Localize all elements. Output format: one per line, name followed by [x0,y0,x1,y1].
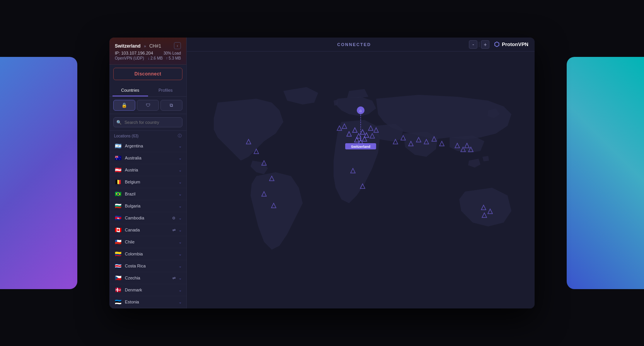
bg-decoration-left [0,57,77,289]
tab-profiles[interactable]: Profiles [148,85,184,96]
country-chevron: ⌄ [179,276,182,280]
country-flag: 🇩🇰 [114,287,122,293]
collapse-sidebar-button[interactable]: ‹ [174,42,181,49]
country-name: Brazil [125,192,175,196]
traffic-down: 2.6 MB [148,56,163,60]
svg-text:Switzerland: Switzerland [351,145,370,149]
country-name: Denmark [125,288,175,292]
country-flag: 🇧🇬 [114,203,122,209]
locations-header: Locations (63) ⓘ [109,131,186,140]
country-chevron: ⌄ [179,156,182,160]
country-name: Belgium [125,180,175,184]
connection-traffic: 2.6 MB 5.3 MB [148,56,181,60]
country-chevron: ⌄ [179,180,182,184]
proton-icon: ⬡ [494,41,499,48]
disconnect-button[interactable]: Disconnect [113,68,182,80]
country-flag: 🇦🇹 [114,167,122,173]
svg-text:⌂: ⌂ [359,108,362,113]
locations-count: Locations (63) [114,134,138,138]
search-container: 🔍 [109,114,186,131]
world-map: ⌂ Switzerland [187,51,535,308]
country-chevron: ⌄ [179,300,182,304]
country-flag: 🇨🇴 [114,251,122,257]
country-name: Australia [125,156,175,160]
country-item[interactable]: 🇪🇪 Estonia ⌄ [109,296,186,308]
zoom-divider [479,42,479,47]
zoom-out-button[interactable]: - [469,40,477,49]
country-flag: 🇨🇷 [114,263,122,269]
connection-load: 30% Load [164,51,181,55]
country-item[interactable]: 🇰🇭 Cambodia ⚙ ⌄ [109,212,186,224]
country-flag: 🇦🇷 [114,143,122,149]
country-name: Colombia [125,252,175,256]
country-name: Canada [125,228,169,232]
filter-shield-button[interactable]: 🛡 [137,100,159,111]
sidebar: Switzerland » CH#1 ‹ IP: 103.107.196.204… [109,38,187,308]
country-name: Chile [125,240,175,244]
country-flag: 🇪🇪 [114,299,122,305]
country-chevron: ⌄ [179,228,182,232]
country-chevron: ⌄ [179,144,182,148]
search-input[interactable] [113,117,182,127]
map-svg: ⌂ Switzerland [187,51,535,308]
sidebar-tabs: Countries Profiles [109,85,186,97]
country-flag: 🇦🇺 [114,155,122,161]
proton-logo: ⬡ ProtonVPN [494,41,528,48]
country-item[interactable]: 🇨🇦 Canada ⇄ ⌄ [109,224,186,236]
filter-row: 🔒 🛡 ⧉ [109,97,186,114]
country-item[interactable]: 🇨🇷 Costa Rica ⌄ [109,260,186,272]
filter-copy-button[interactable]: ⧉ [160,100,182,111]
country-flag: 🇧🇷 [114,191,122,197]
country-chevron: ⌄ [179,204,182,208]
country-item[interactable]: 🇨🇿 Czechia ⇄ ⌄ [109,272,186,284]
country-name: Costa Rica [125,264,175,268]
country-name: Austria [125,168,175,172]
country-badge: ⇄ [172,276,175,280]
country-item[interactable]: 🇧🇬 Bulgaria ⌄ [109,200,186,212]
country-name: Argentina [125,144,175,148]
country-name: Estonia [125,300,175,304]
filter-secure-button[interactable]: 🔒 [113,100,135,111]
country-chevron: ⌄ [179,252,182,256]
country-item[interactable]: 🇧🇪 Belgium ⌄ [109,176,186,188]
traffic-up: 5.3 MB [166,56,181,60]
country-chevron: ⌄ [179,192,182,196]
country-chevron: ⌄ [179,240,182,244]
country-list: 🇦🇷 Argentina ⌄ 🇦🇺 Australia ⌄ 🇦🇹 Austria… [109,140,186,308]
country-chevron: ⌄ [179,288,182,292]
bg-decoration-right [567,57,644,289]
country-item[interactable]: 🇦🇷 Argentina ⌄ [109,140,186,152]
country-item[interactable]: 🇨🇱 Chile ⌄ [109,236,186,248]
country-item[interactable]: 🇧🇷 Brazil ⌄ [109,188,186,200]
country-badge: ⇄ [172,228,175,232]
country-item[interactable]: 🇦🇹 Austria ⌄ [109,164,186,176]
map-area: CONNECTED - + ⬡ ProtonVPN [187,38,535,308]
country-item[interactable]: 🇨🇴 Colombia ⌄ [109,248,186,260]
country-name: Czechia [125,276,169,280]
connection-ip: IP: 103.107.196.204 [115,51,153,55]
country-flag: 🇨🇿 [114,275,122,281]
country-flag: 🇧🇪 [114,179,122,185]
map-topbar: CONNECTED - + ⬡ ProtonVPN [187,38,535,51]
connection-server-name: Switzerland » CH#1 [115,42,161,49]
connected-status: CONNECTED [337,42,371,47]
zoom-controls: - + [469,40,489,49]
country-chevron: ⌄ [179,168,182,172]
app-window: Switzerland » CH#1 ‹ IP: 103.107.196.204… [109,38,535,308]
tab-countries[interactable]: Countries [112,85,148,96]
connection-header: Switzerland » CH#1 ‹ IP: 103.107.196.204… [109,38,186,65]
country-name: Bulgaria [125,204,175,208]
country-flag: 🇨🇱 [114,239,122,245]
country-flag: 🇰🇭 [114,215,122,221]
info-icon[interactable]: ⓘ [178,133,182,139]
country-name: Cambodia [125,216,169,220]
connection-protocol: OpenVPN (UDP) [115,56,144,60]
country-flag: 🇨🇦 [114,227,122,233]
brand-name: ProtonVPN [502,41,528,47]
country-item[interactable]: 🇩🇰 Denmark ⌄ [109,284,186,296]
country-chevron: ⌄ [179,216,182,220]
country-chevron: ⌄ [179,264,182,268]
country-item[interactable]: 🇦🇺 Australia ⌄ [109,152,186,164]
country-badge: ⚙ [172,216,175,220]
zoom-in-button[interactable]: + [481,40,489,49]
